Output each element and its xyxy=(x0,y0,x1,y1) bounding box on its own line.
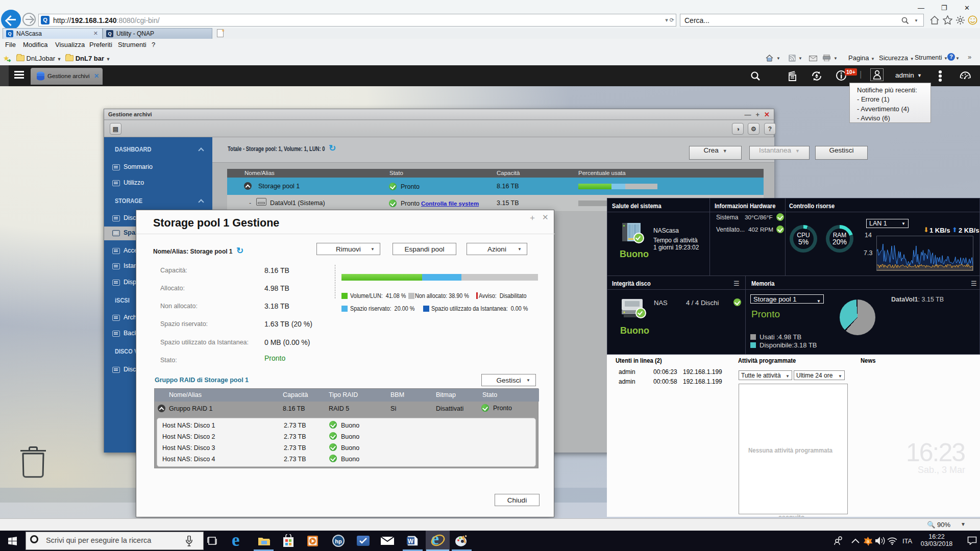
svg-text:W: W xyxy=(408,538,414,545)
svg-text:a: a xyxy=(867,539,869,544)
